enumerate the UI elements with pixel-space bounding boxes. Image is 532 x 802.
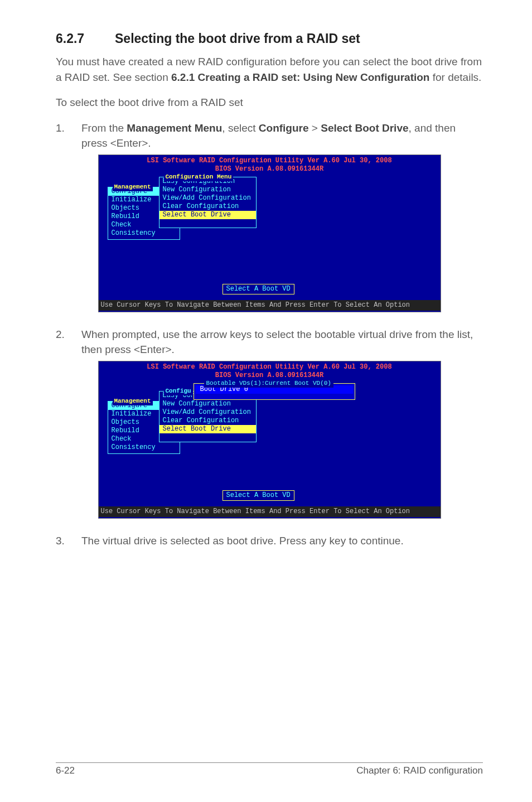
step-text: The virtual drive is selected as boot dr… — [81, 533, 404, 549]
cmenu-item-viewadd[interactable]: View/Add Configuration — [159, 408, 256, 417]
bold: Select Boot Drive — [321, 122, 408, 134]
cmenu-item-viewadd[interactable]: View/Add Configuration — [159, 194, 256, 202]
page-footer: 6-22 Chapter 6: RAID configuration — [56, 762, 483, 776]
bios-header-2: BIOS Version A.08.09161344R — [99, 165, 441, 173]
step-text: When prompted, use the arrow keys to sel… — [81, 327, 483, 357]
bootable-vds-box: Bootable VDs(1):Current Boot VD(0) Boot … — [194, 383, 355, 400]
text: for details. — [429, 71, 481, 83]
bios-footer: Use Cursor Keys To Navigate Between Item… — [99, 506, 441, 517]
bios-footer: Use Cursor Keys To Navigate Between Item… — [99, 300, 441, 311]
bios-screenshot-1: LSI Software RAID Configuration Utility … — [98, 154, 441, 312]
step-number: 1. — [56, 120, 67, 151]
step-number: 3. — [56, 533, 67, 549]
cmenu-item-new[interactable]: New Configuration — [159, 186, 256, 194]
step-3: 3. The virtual drive is selected as boot… — [56, 533, 483, 549]
step-number: 2. — [56, 327, 67, 357]
section-title: Selecting the boot drive from a RAID set — [115, 31, 360, 46]
cmenu-item-clear[interactable]: Clear Configuration — [159, 202, 256, 211]
configu-label: Configu — [164, 387, 193, 395]
bold-ref: 6.2.1 Creating a RAID set: Using New Con… — [171, 71, 429, 83]
select-a-boot-vd-box: Select A Boot VD — [223, 284, 294, 294]
cmenu-item-clear[interactable]: Clear Configuration — [159, 417, 256, 425]
text: , select — [222, 122, 258, 134]
section-number: 6.2.7 — [56, 31, 95, 46]
intro-line-2: To select the boot drive from a RAID set — [56, 95, 483, 110]
bootable-vds-title: Bootable VDs(1):Current Boot VD(0) — [204, 379, 333, 388]
management-menu-title: Management — [113, 397, 153, 405]
select-a-boot-vd-box: Select A Boot VD — [223, 490, 294, 501]
configuration-menu-box: Configuration Menu Easy Configuration Ne… — [159, 177, 257, 228]
cmenu-item-select-boot[interactable]: Select Boot Drive — [159, 211, 256, 219]
text: From the — [81, 122, 127, 134]
bios-header-2: BIOS Version A.08.09161344R — [99, 371, 441, 380]
configuration-menu-title: Configuration Menu — [164, 173, 234, 181]
cmenu-item-select-boot[interactable]: Select Boot Drive — [159, 425, 256, 433]
management-menu-title: Management — [113, 183, 153, 191]
bold: Management Menu — [127, 122, 222, 134]
chapter-label: Chapter 6: RAID configuration — [356, 765, 483, 776]
text: > — [309, 122, 321, 134]
step-1: 1. From the Management Menu, select Conf… — [56, 120, 483, 151]
bios-header-1: LSI Software RAID Configuration Utility … — [99, 155, 441, 165]
intro-paragraph: You must have created a new RAID configu… — [56, 54, 483, 85]
section-heading: 6.2.7 Selecting the boot drive from a RA… — [56, 31, 483, 46]
bold: Configure — [259, 122, 309, 134]
bios-header-1: LSI Software RAID Configuration Utility … — [99, 361, 441, 371]
page-number: 6-22 — [56, 765, 75, 776]
bios-screenshot-2: LSI Software RAID Configuration Utility … — [98, 361, 441, 519]
step-2: 2. When prompted, use the arrow keys to … — [56, 327, 483, 357]
cmenu-item-new[interactable]: New Configuration — [159, 400, 256, 408]
